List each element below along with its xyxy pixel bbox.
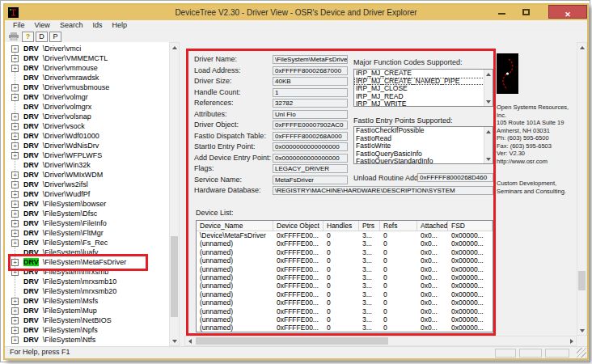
- tree-item[interactable]: DRV\Driver\Win32k: [5, 160, 169, 170]
- main-area: +DRV\Driver\vmci+DRV\Driver\VMMEMCTL+DRV…: [5, 42, 587, 346]
- expand-icon[interactable]: +: [11, 113, 19, 121]
- tree-item[interactable]: +DRV\Driver\volsnap: [5, 112, 169, 121]
- driver-tree-panel: +DRV\Driver\vmci+DRV\Driver\VMMEMCTL+DRV…: [5, 42, 169, 346]
- tree-item[interactable]: +DRV\FileSystem\Fs_Rec: [5, 238, 169, 248]
- menu-item-search[interactable]: Search: [55, 20, 88, 30]
- tree-item[interactable]: DRV\Driver\volmgrx: [5, 102, 169, 112]
- scroll-down-icon[interactable]: [577, 326, 586, 335]
- expand-icon[interactable]: +: [11, 317, 19, 324]
- expand-icon[interactable]: +: [11, 55, 19, 62]
- expand-icon[interactable]: +: [11, 65, 19, 72]
- scroll-left-icon[interactable]: [185, 336, 194, 345]
- print-button[interactable]: [7, 32, 20, 41]
- tree-item-type: DRV: [23, 297, 39, 305]
- expand-icon[interactable]: +: [11, 191, 19, 198]
- tree-item[interactable]: +DRV\Driver\WudfPf: [5, 189, 169, 199]
- menu-item-file[interactable]: File: [8, 20, 30, 30]
- pnp-view-button[interactable]: P: [49, 32, 61, 42]
- details-scrollbar-thumb[interactable]: [578, 271, 586, 290]
- tree-vertical-scrollbar[interactable]: [169, 42, 180, 346]
- maximize-button[interactable]: [516, 5, 537, 19]
- tree-item[interactable]: +DRV\Driver\WdNisDrv: [5, 141, 169, 150]
- expand-icon[interactable]: +: [11, 336, 19, 344]
- tree-item[interactable]: +DRV\FileSystem\Mup: [5, 306, 169, 315]
- osr-text-line: Ph: (603) 595-6500: [497, 134, 574, 142]
- help-button[interactable]: ?: [22, 32, 34, 42]
- expand-icon[interactable]: +: [11, 201, 19, 208]
- tree-item-label: \Driver\vmusbmouse: [43, 83, 110, 91]
- expand-icon[interactable]: +: [11, 171, 19, 179]
- expand-icon[interactable]: +: [11, 220, 19, 227]
- tree-item-type: DRV: [23, 142, 39, 150]
- minimize-button[interactable]: [492, 5, 513, 19]
- tree-item[interactable]: +DRV\FileSystem\Dfsc: [5, 209, 169, 218]
- scroll-down-icon[interactable]: [170, 336, 179, 345]
- tree-item[interactable]: +DRV\Driver\VMMEMCTL: [5, 53, 169, 63]
- details-horizontal-scrollbar[interactable]: [184, 336, 577, 346]
- expand-icon[interactable]: +: [11, 307, 19, 315]
- tree-item-type: DRV: [23, 336, 39, 344]
- expand-icon[interactable]: +: [11, 152, 19, 159]
- tree-item[interactable]: +DRV\Driver\ws2ifsl: [5, 180, 169, 189]
- tree-item[interactable]: DRV\Driver\vmrawdsk: [5, 73, 169, 83]
- details-hscrollbar-thumb[interactable]: [196, 337, 388, 345]
- tree-item[interactable]: +DRV\FileSystem\Npfs: [5, 325, 169, 335]
- menu-item-help[interactable]: Help: [107, 20, 132, 30]
- tree-item[interactable]: +DRV\FileSystem\bowser: [5, 199, 169, 209]
- tree-connector: [11, 74, 19, 82]
- scroll-up-icon[interactable]: [577, 43, 586, 52]
- close-button[interactable]: ✕: [548, 5, 587, 19]
- osr-text-line: Amherst, NH 03031: [497, 127, 574, 135]
- driver-details-pane: Driver Name:\FileSystem\MetaFsDriverLoad…: [184, 42, 587, 346]
- tree-item[interactable]: +DRV\FileSystem\FileInfo: [5, 218, 169, 228]
- expand-icon[interactable]: +: [11, 123, 19, 130]
- tree-connector: [11, 288, 19, 295]
- tree-item[interactable]: +DRV\FileSystem\Ntfs: [5, 335, 169, 345]
- tree-item-type: DRV: [23, 287, 39, 295]
- tree-item[interactable]: +DRV\Driver\Wdf01000: [5, 131, 169, 141]
- expand-icon[interactable]: +: [11, 298, 19, 305]
- menu-item-view[interactable]: View: [30, 20, 55, 30]
- expand-icon[interactable]: +: [11, 181, 19, 188]
- scroll-right-icon[interactable]: [567, 336, 576, 345]
- details-vertical-scrollbar[interactable]: [577, 42, 587, 336]
- expand-icon[interactable]: +: [11, 94, 19, 101]
- tree-item-type: DRV: [23, 277, 39, 286]
- tree-item[interactable]: DRV\FileSystem\mrxsmb20: [5, 286, 169, 296]
- tree-item[interactable]: +DRV\Driver\vsock: [5, 121, 169, 131]
- menu-item-ids[interactable]: Ids: [87, 20, 107, 30]
- tree-item-type: DRV: [23, 64, 39, 72]
- expand-icon[interactable]: +: [11, 142, 19, 150]
- tree-item[interactable]: +DRV\Driver\WFPLWFS: [5, 150, 169, 160]
- tree-item-label: \FileSystem\NetBIOS: [43, 316, 112, 324]
- expand-icon[interactable]: +: [11, 84, 19, 91]
- tree-item[interactable]: +DRV\Driver\volmgr: [5, 92, 169, 102]
- expand-icon[interactable]: +: [11, 239, 19, 247]
- expand-icon[interactable]: +: [11, 45, 19, 53]
- expand-icon[interactable]: +: [11, 210, 19, 218]
- tree-item[interactable]: +DRV\FileSystem\NetBIOS: [5, 315, 169, 325]
- tree-item[interactable]: +DRV\FileSystem\FltMgr: [5, 228, 169, 238]
- tree-item-label: \Driver\VMMEMCTL: [43, 54, 108, 62]
- tree-scrollbar-thumb[interactable]: [171, 236, 178, 317]
- expand-icon[interactable]: +: [11, 133, 19, 140]
- tree-item[interactable]: DRV\FileSystem\mrxsmb10: [5, 277, 169, 286]
- tree-item[interactable]: +DRV\FileSystem\Msfs: [5, 296, 169, 306]
- tree-item-label: \FileSystem\Ntfs: [43, 336, 96, 344]
- tree-item-type: DRV: [23, 161, 39, 169]
- minimize-icon: [498, 13, 505, 15]
- expand-icon[interactable]: +: [11, 327, 19, 334]
- tree-item[interactable]: +DRV\Driver\vmci: [5, 44, 169, 53]
- scroll-up-icon[interactable]: [170, 43, 179, 52]
- title-bar: DeviceTree V2.30 - Driver View - OSR's D…: [5, 5, 587, 20]
- tree-item[interactable]: +DRV\Driver\WMIxWDM: [5, 170, 169, 180]
- tree-item-type: DRV: [23, 83, 39, 91]
- expand-icon[interactable]: +: [11, 230, 19, 237]
- osr-tagline: Custom Development,Seminars and Consulti…: [497, 180, 574, 195]
- tree-item-label: \FileSystem\mrxsmb20: [43, 287, 117, 295]
- tree-item[interactable]: +DRV\Driver\vmmouse: [5, 63, 169, 73]
- tree-item[interactable]: +DRV\Driver\vmusbmouse: [5, 83, 169, 92]
- tree-item-label: \Driver\ws2ifsl: [43, 180, 88, 188]
- driver-view-button[interactable]: D: [36, 32, 48, 42]
- resize-grip-icon[interactable]: [577, 348, 586, 358]
